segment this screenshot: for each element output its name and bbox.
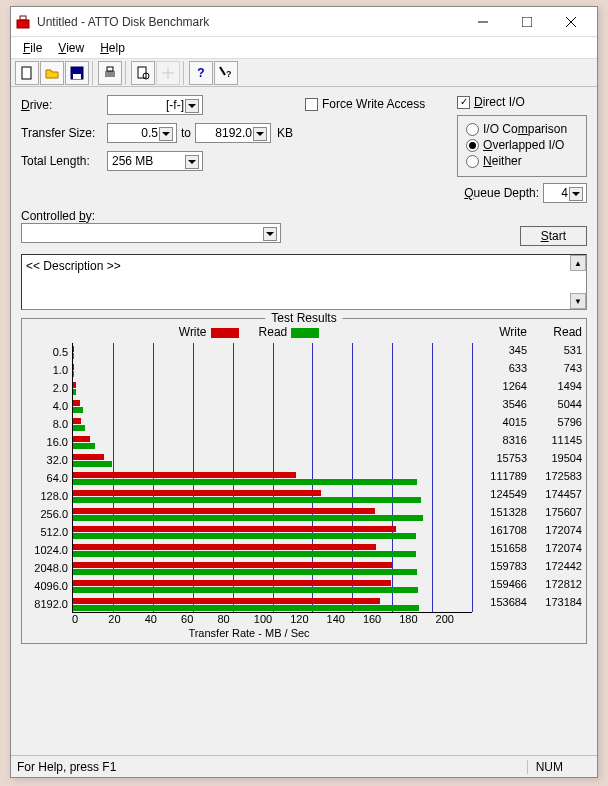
controlled-by-combo[interactable] <box>21 223 281 243</box>
test-results-frame: Test Results Write Read 0.51.02.04.08.01… <box>21 318 587 644</box>
svg-rect-3 <box>522 17 532 27</box>
move-icon[interactable] <box>156 61 180 85</box>
drive-combo[interactable]: [-f-] <box>107 95 203 115</box>
transfer-to-text: to <box>181 126 191 140</box>
chart-y-labels: 0.51.02.04.08.016.032.064.0128.0256.0512… <box>26 343 72 613</box>
transfer-from-combo[interactable]: 0.5 <box>107 123 177 143</box>
table-row: 35465044 <box>472 395 582 413</box>
status-help-text: For Help, press F1 <box>17 760 116 774</box>
read-swatch <box>291 328 319 338</box>
svg-text:?: ? <box>226 69 232 79</box>
app-icon <box>15 14 31 30</box>
window-title: Untitled - ATTO Disk Benchmark <box>37 15 461 29</box>
table-row: 159783172442 <box>472 557 582 575</box>
print-icon[interactable] <box>98 61 122 85</box>
table-row: 151328175607 <box>472 503 582 521</box>
svg-rect-0 <box>17 20 29 28</box>
transfer-to-combo[interactable]: 8192.0 <box>195 123 271 143</box>
status-num: NUM <box>527 760 571 774</box>
titlebar[interactable]: Untitled - ATTO Disk Benchmark <box>11 7 597 37</box>
io-mode-group: I/O Comparison Overlapped I/O Neither <box>457 115 587 177</box>
queue-depth-combo[interactable]: 4 <box>543 183 587 203</box>
force-write-checkbox[interactable]: Force Write Access <box>305 97 445 111</box>
svg-rect-8 <box>73 74 81 79</box>
chart-legend: Write Read <box>26 325 472 339</box>
new-icon[interactable] <box>15 61 39 85</box>
scroll-down-icon[interactable]: ▼ <box>570 293 586 309</box>
table-row: 40155796 <box>472 413 582 431</box>
help-icon[interactable]: ? <box>189 61 213 85</box>
svg-rect-1 <box>20 16 26 20</box>
table-row: 12641494 <box>472 377 582 395</box>
svg-rect-9 <box>105 71 115 77</box>
start-button[interactable]: Start <box>520 226 587 246</box>
overlapped-io-radio[interactable]: Overlapped I/O <box>466 138 578 152</box>
transfer-unit: KB <box>277 126 293 140</box>
context-help-icon[interactable]: ? <box>214 61 238 85</box>
results-data-table: WriteRead 345531633743126414943546504440… <box>472 325 582 639</box>
results-title: Test Results <box>265 311 342 325</box>
statusbar: For Help, press F1 NUM <box>11 755 597 777</box>
chart-x-axis: 020406080100120140160180200 <box>72 613 472 625</box>
direct-io-checkbox[interactable]: ✓ Direct I/O <box>457 95 587 109</box>
app-window: Untitled - ATTO Disk Benchmark File View… <box>10 6 598 778</box>
table-row: 159466172812 <box>472 575 582 593</box>
svg-rect-6 <box>22 67 31 79</box>
menu-file[interactable]: File <box>15 40 50 56</box>
toolbar: ? ? <box>11 59 597 87</box>
total-length-combo[interactable]: 256 MB <box>107 151 203 171</box>
table-row: 633743 <box>472 359 582 377</box>
menubar: File View Help <box>11 37 597 59</box>
neither-radio[interactable]: Neither <box>466 154 578 168</box>
table-row: 124549174457 <box>472 485 582 503</box>
preview-icon[interactable] <box>131 61 155 85</box>
write-swatch <box>211 328 239 338</box>
svg-rect-11 <box>138 67 146 78</box>
total-length-label: Total Length: <box>21 154 107 168</box>
minimize-button[interactable] <box>461 8 505 36</box>
save-icon[interactable] <box>65 61 89 85</box>
checkbox-icon: ✓ <box>457 96 470 109</box>
table-row: 1575319504 <box>472 449 582 467</box>
checkbox-icon <box>305 98 318 111</box>
drive-label: Drive: <box>21 98 107 112</box>
controlled-by-label: Controlled by: <box>21 209 510 223</box>
svg-rect-10 <box>107 67 113 71</box>
maximize-button[interactable] <box>505 8 549 36</box>
scroll-up-icon[interactable]: ▲ <box>570 255 586 271</box>
table-row: 161708172074 <box>472 521 582 539</box>
io-comparison-radio[interactable]: I/O Comparison <box>466 122 578 136</box>
table-row: 831611145 <box>472 431 582 449</box>
table-row: 151658172074 <box>472 539 582 557</box>
table-row: 153684173184 <box>472 593 582 611</box>
chart-plot <box>72 343 472 613</box>
table-row: 345531 <box>472 341 582 359</box>
table-row: 111789172583 <box>472 467 582 485</box>
open-icon[interactable] <box>40 61 64 85</box>
chart-x-label: Transfer Rate - MB / Sec <box>26 627 472 639</box>
transfer-size-label: Transfer Size: <box>21 126 107 140</box>
close-button[interactable] <box>549 8 593 36</box>
description-box[interactable]: << Description >> ▲ ▼ <box>21 254 587 310</box>
queue-depth-label: Queue Depth: <box>464 186 539 200</box>
menu-view[interactable]: View <box>50 40 92 56</box>
menu-help[interactable]: Help <box>92 40 133 56</box>
